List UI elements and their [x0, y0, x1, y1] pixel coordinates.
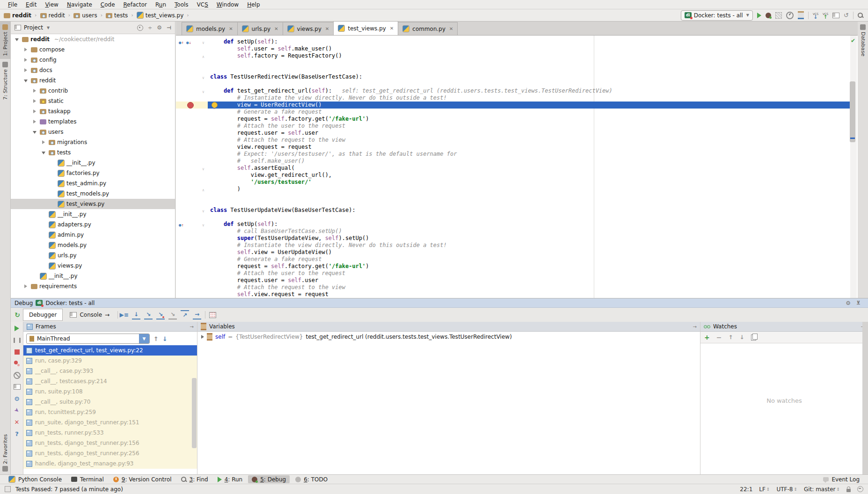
tree-item-test_views-py[interactable]: test_views.py — [11, 199, 175, 209]
move-watch-up-button[interactable]: ↑ — [728, 334, 733, 341]
hide-panel-button[interactable]: ⊣ — [167, 25, 171, 31]
tree-item-docs[interactable]: docs — [11, 65, 175, 75]
chevron-right-icon[interactable] — [24, 284, 27, 288]
chevron-right-icon[interactable] — [201, 335, 204, 339]
stack-frame[interactable]: run_suite, django_test_runner.py:151 — [23, 417, 197, 428]
chevron-right-icon[interactable] — [33, 120, 36, 124]
tree-item-test_admin-py[interactable]: test_admin.py — [11, 178, 175, 189]
editor-scrollbar-thumb[interactable] — [850, 81, 855, 142]
tree-item-models-py[interactable]: models.py — [11, 240, 175, 250]
menu-code[interactable]: Code — [96, 1, 119, 8]
thread-selector[interactable]: MainThread ▼ — [26, 334, 150, 344]
tree-item-reddit[interactable]: reddit~/cookiecutter/reddit — [11, 34, 175, 44]
step-over-button[interactable]: ↓ — [132, 310, 140, 320]
stop-button[interactable] — [13, 348, 21, 356]
breadcrumb-item[interactable]: test_views.py — [136, 11, 184, 19]
chevron-right-icon[interactable] — [24, 58, 27, 62]
vcs-update-button[interactable]: VCS↓ — [813, 12, 818, 19]
tree-item-config[interactable]: config — [11, 55, 175, 65]
smart-step-into-button[interactable]: ↘ — [168, 310, 177, 320]
chevron-down-icon[interactable] — [42, 152, 45, 154]
settings-button[interactable]: ⚙ — [13, 395, 21, 402]
run-configuration-select[interactable]: di Docker: tests - all ▼ — [681, 10, 753, 21]
frames-scrollbar-thumb[interactable] — [192, 378, 197, 448]
tree-item-admin-py[interactable]: admin.py — [11, 230, 175, 240]
tree-item-migrations[interactable]: migrations — [11, 137, 175, 147]
evaluate-expression-button[interactable] — [209, 312, 216, 318]
code-editor[interactable]: ∨●↑●↓ def setUp(self): self.user = self.… — [176, 36, 858, 298]
chevron-right-icon[interactable] — [42, 140, 45, 144]
debug-scrollbar[interactable] — [862, 322, 868, 475]
breadcrumb-item[interactable]: users — [73, 12, 98, 19]
menu-window[interactable]: Window — [212, 1, 243, 8]
float-panel-icon[interactable]: → — [190, 324, 194, 329]
remove-watch-button[interactable]: − — [716, 334, 722, 341]
stack-frame[interactable]: test_get_redirect_url, test_views.py:22 — [23, 345, 197, 356]
menu-view[interactable]: View — [41, 1, 63, 8]
restore-layout-button[interactable] — [13, 383, 21, 391]
chevron-right-icon[interactable] — [33, 99, 36, 103]
tree-item-compose[interactable]: compose — [11, 44, 175, 55]
stack-frame[interactable]: run_tests, runner.py:533 — [23, 428, 197, 438]
search-everywhere-button[interactable] — [858, 13, 863, 18]
rerun-button[interactable]: ↻ — [14, 311, 21, 319]
status-widget-22-1[interactable]: 22:1 — [740, 486, 752, 493]
rollback-button[interactable]: ↺ — [844, 12, 849, 18]
debug-tab-debugger[interactable]: Debugger — [23, 309, 63, 321]
menu-file[interactable]: File — [4, 1, 22, 8]
stack-frame[interactable]: run, case.py:329 — [23, 356, 197, 366]
tool-button-todo[interactable]: 6: TODO — [292, 475, 331, 483]
chevron-down-icon[interactable] — [15, 38, 19, 41]
tool-button-run[interactable]: 4: Run — [214, 475, 247, 483]
tool-button-debug[interactable]: 5: Debug — [248, 475, 290, 483]
stack-frame[interactable]: run_tests, django_test_runner.py:156 — [23, 438, 197, 448]
mute-breakpoints-button[interactable] — [13, 371, 21, 379]
close-tab-icon[interactable]: ✕ — [229, 26, 233, 31]
pin-button[interactable]: ➤ — [13, 407, 21, 414]
concurrency-diagram-button[interactable] — [798, 11, 804, 19]
tree-item-__init__-py[interactable]: __init__.py — [11, 209, 175, 219]
resume-button[interactable] — [13, 325, 21, 332]
tree-item-requirements[interactable]: requirements — [11, 281, 175, 291]
chevron-right-icon[interactable] — [24, 68, 27, 72]
tree-item-factories-py[interactable]: factories.py — [11, 168, 175, 178]
tool-button-find[interactable]: 3: Find — [177, 475, 212, 483]
close-button[interactable]: ✕ — [13, 418, 21, 426]
tree-item-__init__-py[interactable]: __init__.py — [11, 158, 175, 168]
variable-row[interactable]: self = {TestUserRedirectView} test_get_r… — [197, 332, 700, 342]
tool-button-version-control[interactable]: 9: Version Control — [109, 475, 175, 483]
unlock-icon[interactable] — [846, 489, 851, 492]
close-tab-icon[interactable]: ✕ — [325, 26, 329, 31]
breadcrumb-item[interactable]: reddit — [3, 12, 32, 19]
chevron-down-icon[interactable]: ▼ — [47, 26, 50, 30]
run-with-coverage-button[interactable] — [775, 12, 782, 19]
tree-item-reddit[interactable]: reddit — [11, 75, 175, 86]
locate-file-button[interactable] — [137, 25, 143, 31]
tool-button-terminal[interactable]: Terminal — [67, 475, 108, 483]
editor-tab-views-py[interactable]: views.py✕ — [283, 22, 334, 35]
stack-frame[interactable]: __call__, testcases.py:214 — [23, 376, 197, 386]
tree-item-static[interactable]: static — [11, 96, 175, 106]
force-step-into-button[interactable]: ↘ — [156, 310, 165, 320]
stack-frame[interactable]: run, suite.py:108 — [23, 386, 197, 397]
tool-button-python-console[interactable]: Python Console — [5, 475, 66, 483]
status-widget-git-master[interactable]: Git: master↕ — [804, 486, 840, 493]
stack-frame[interactable]: __call__, case.py:393 — [23, 366, 197, 376]
chevron-right-icon[interactable] — [24, 48, 27, 51]
close-tab-icon[interactable]: ✕ — [390, 26, 394, 31]
hide-debug-panel-button[interactable]: ⊻ — [856, 300, 861, 306]
tool-window-tab-database[interactable]: Database — [858, 22, 868, 59]
recent-changes-button[interactable] — [832, 13, 839, 18]
move-watch-down-button[interactable]: ↓ — [740, 334, 744, 341]
editor-tab-urls-py[interactable]: urls.py✕ — [237, 22, 283, 35]
menu-refactor[interactable]: Refactor — [119, 1, 151, 8]
next-frame-button[interactable]: ↓ — [162, 335, 168, 342]
chevron-down-icon[interactable] — [24, 80, 28, 82]
debug-tab-console[interactable]: Console→ — [64, 309, 116, 321]
tree-item-adapters-py[interactable]: adapters.py — [11, 219, 175, 230]
chevron-right-icon[interactable] — [33, 89, 36, 93]
breadcrumb-item[interactable]: tests — [105, 12, 129, 19]
vcs-commit-button[interactable]: VCS↑ — [823, 12, 828, 19]
stack-frame[interactable]: handle, django_test_manage.py:93 — [23, 458, 197, 469]
menu-navigate[interactable]: Navigate — [63, 1, 96, 8]
